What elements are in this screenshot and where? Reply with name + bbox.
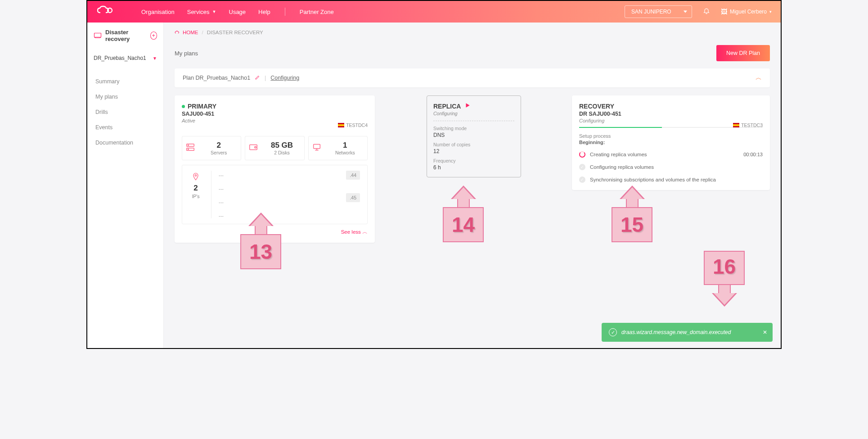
replica-status: Configuring — [433, 111, 514, 116]
svg-point-9 — [195, 175, 196, 176]
replica-card: REPLICA Configuring Switching mode DNS N… — [427, 95, 521, 177]
replica-mode-value: DNS — [433, 132, 514, 138]
stat-servers: 2Servers — [182, 136, 241, 160]
servers-icon — [185, 142, 196, 154]
breadcrumb-home[interactable]: HOME — [175, 30, 198, 35]
spinner-icon — [579, 151, 585, 158]
avatar-icon: 🖼 — [721, 8, 727, 15]
main-content: HOME / DISASTER RECOVERY My plans New DR… — [164, 23, 781, 348]
stat-networks: 1Networks — [308, 136, 368, 160]
success-toast: ✓ draas.wizard.message.new_domain.execut… — [602, 323, 773, 342]
sidebar-plan-select[interactable]: DR_Pruebas_Nacho1 ▼ — [94, 55, 157, 61]
replica-freq-label: Frequency — [433, 158, 514, 163]
sidebar-title: Disaster recovery — [105, 29, 147, 42]
svg-point-7 — [255, 146, 256, 148]
setup-process-label: Setup process — [579, 133, 763, 139]
flag-es-icon — [338, 123, 344, 127]
nav-usage[interactable]: Usage — [229, 9, 246, 15]
recovery-title: RECOVERY — [579, 103, 763, 110]
collapse-icon[interactable]: ︿ — [756, 74, 762, 82]
svg-rect-8 — [313, 144, 320, 148]
ip-chip: .44 — [346, 171, 360, 180]
divider — [433, 121, 514, 121]
nav-help[interactable]: Help — [258, 9, 270, 15]
user-name: Miguel Cerbero — [730, 9, 767, 15]
svg-rect-1 — [94, 33, 101, 37]
flag-es-icon — [733, 123, 739, 127]
plan-header-bar: Plan DR_Pruebas_Nacho1 | Configuring ︿ — [175, 68, 770, 87]
location-icon — [191, 172, 200, 183]
sidebar-item-events[interactable]: Events — [87, 120, 163, 135]
add-plan-button[interactable]: + — [150, 32, 157, 40]
primary-title: PRIMARY — [188, 103, 216, 110]
cloud-logo-icon — [96, 5, 114, 15]
cloud-icon — [175, 30, 181, 35]
nav-organisation[interactable]: Organisation — [141, 9, 175, 15]
user-menu[interactable]: 🖼 Miguel Cerbero ▾ — [721, 8, 772, 15]
recovery-datacenter: TESTDC3 — [733, 122, 763, 128]
svg-point-4 — [188, 145, 189, 145]
sidebar-item-summary[interactable]: Summary — [87, 74, 163, 89]
nav-separator — [285, 8, 285, 16]
sidebar: Disaster recovery + DR_Pruebas_Nacho1 ▼ … — [87, 23, 164, 348]
recovery-card: RECOVERY DR SAJU00-451 Configuring TESTD… — [572, 95, 770, 190]
status-dot-icon — [182, 105, 185, 108]
primary-card: PRIMARY SAJU00-451 Active TESTDC4 2Serve… — [175, 95, 375, 243]
sidebar-item-myplans[interactable]: My plans — [87, 89, 163, 104]
notifications-icon[interactable] — [703, 7, 710, 16]
tenant-select[interactable]: SAN JUNIPERO — [625, 5, 692, 18]
stat-storage: 85 GB2 Disks — [245, 136, 304, 160]
caret-down-icon: ▾ — [769, 9, 772, 14]
new-dr-plan-button[interactable]: New DR Plan — [716, 45, 770, 61]
setup-step-2: ✓ Configuring replica volumes — [579, 164, 763, 170]
annotation-16: 16 — [704, 251, 745, 307]
ip-chip: .45 — [346, 193, 360, 202]
plan-name: Plan DR_Pruebas_Nacho1 — [183, 75, 250, 81]
replica-title: REPLICA — [433, 103, 461, 110]
disk-icon — [248, 142, 259, 154]
recovery-vdc: DR SAJU00-451 — [579, 111, 763, 117]
plan-status[interactable]: Configuring — [270, 75, 299, 81]
check-circle-icon: ✓ — [609, 328, 617, 336]
logo — [96, 5, 114, 18]
breadcrumb-current: DISASTER RECOVERY — [207, 30, 263, 35]
pending-check-icon: ✓ — [579, 177, 585, 183]
see-less-toggle[interactable]: See less ︿ — [182, 229, 368, 235]
sidebar-item-documentation[interactable]: Documentation — [87, 135, 163, 150]
primary-vdc: SAJU00-451 — [182, 111, 368, 117]
network-icon — [311, 142, 322, 154]
toast-close-button[interactable]: ✕ — [763, 329, 767, 335]
sidebar-item-drills[interactable]: Drills — [87, 104, 163, 120]
chevron-up-icon: ︿ — [362, 229, 368, 235]
edit-plan-icon[interactable] — [255, 75, 260, 81]
svg-point-5 — [188, 149, 189, 149]
play-icon[interactable] — [464, 102, 471, 110]
breadcrumb: HOME / DISASTER RECOVERY — [175, 30, 770, 35]
disaster-recovery-icon — [94, 32, 102, 40]
replica-copies-label: Number of copies — [433, 142, 514, 147]
primary-datacenter: TESTDC4 — [338, 122, 368, 128]
replica-mode-label: Switching mode — [433, 126, 514, 131]
topbar: Organisation Services ▼ Usage Help Partn… — [87, 1, 781, 23]
replica-freq-value: 6 h — [433, 164, 514, 171]
setup-step-1: Creating replica volumes 00:00:13 — [579, 151, 763, 158]
toast-message: draas.wizard.message.new_domain.executed — [621, 329, 731, 335]
pending-check-icon: ✓ — [579, 164, 585, 170]
replica-copies-value: 12 — [433, 148, 514, 154]
nav-partner-zone[interactable]: Partner Zone — [300, 9, 334, 15]
page-title: My plans — [175, 50, 198, 57]
caret-down-icon: ▼ — [212, 9, 216, 14]
caret-down-icon: ▼ — [153, 56, 157, 61]
nav-services[interactable]: Services ▼ — [187, 9, 216, 15]
setup-step-3: ✓ Synchronising subscriptions and volume… — [579, 177, 763, 183]
ip-details: 2 IP's --- --- --- --- .44 .45 — [182, 165, 368, 224]
setup-process-stage: Beginning: — [579, 140, 763, 145]
